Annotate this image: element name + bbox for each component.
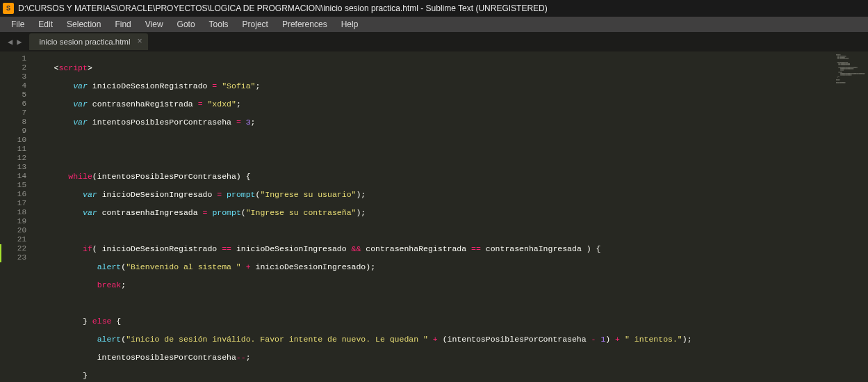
line-number: 14	[0, 172, 35, 181]
line-number: 3	[0, 72, 35, 81]
editor-area: 1 2 3 4 5 6 7 8 9 10 11 12 13 14 15 16 1…	[0, 51, 868, 382]
menu-bar: File Edit Selection Find View Goto Tools…	[0, 17, 868, 32]
menu-edit[interactable]: Edit	[31, 18, 60, 31]
tab-nav-left-icon[interactable]: ◀	[6, 37, 15, 47]
tab-close-icon[interactable]: ×	[138, 37, 142, 47]
menu-find[interactable]: Find	[108, 18, 138, 31]
tab-file[interactable]: inicio sesion practica.html ×	[29, 33, 147, 50]
line-number: 2	[0, 63, 35, 72]
gutter: 1 2 3 4 5 6 7 8 9 10 11 12 13 14 15 16 1…	[0, 51, 35, 382]
menu-help[interactable]: Help	[334, 18, 366, 31]
line-number: 23	[0, 253, 35, 262]
line-number: 9	[0, 127, 35, 136]
line-number: 22	[0, 244, 35, 253]
code-editor[interactable]: <script> var inicioDeSesionRegistrado = …	[35, 51, 835, 382]
tab-nav-right-icon[interactable]: ▶	[15, 37, 24, 47]
line-number: 6	[0, 100, 35, 109]
line-number: 1	[0, 54, 35, 63]
line-number: 4	[0, 81, 35, 90]
menu-goto[interactable]: Goto	[170, 18, 202, 31]
line-number: 5	[0, 90, 35, 100]
app-logo-icon: S	[3, 3, 14, 14]
tab-bar: ◀ ▶ inicio sesion practica.html ×	[0, 32, 868, 51]
menu-project[interactable]: Project	[236, 18, 275, 31]
window-title: D:\CURSOS Y MATERIAS\ORACLE\PROYECTOS\LO…	[18, 3, 548, 13]
line-number: 8	[0, 118, 35, 127]
menu-view[interactable]: View	[138, 18, 170, 31]
tab-label: inicio sesion practica.html	[39, 38, 130, 46]
line-number: 7	[0, 109, 35, 118]
tab-nav-arrows: ◀ ▶	[1, 37, 28, 47]
line-number: 10	[0, 136, 35, 145]
menu-tools[interactable]: Tools	[202, 18, 236, 31]
minimap-content: ███████ ███ ██████████ ███ ████████ ███ …	[836, 54, 867, 83]
window-title-bar: S D:\CURSOS Y MATERIAS\ORACLE\PROYECTOS\…	[0, 0, 868, 17]
line-number: 19	[0, 217, 35, 226]
line-number: 17	[0, 199, 35, 208]
menu-selection[interactable]: Selection	[60, 18, 108, 31]
line-number: 21	[0, 235, 35, 244]
line-number: 20	[0, 226, 35, 235]
line-number: 16	[0, 190, 35, 199]
line-number: 18	[0, 208, 35, 217]
line-number: 13	[0, 163, 35, 172]
line-number: 11	[0, 145, 35, 154]
minimap[interactable]: ███████ ███ ██████████ ███ ████████ ███ …	[835, 51, 868, 382]
menu-file[interactable]: File	[4, 18, 31, 31]
line-number: 15	[0, 181, 35, 190]
line-number: 12	[0, 154, 35, 163]
menu-preferences[interactable]: Preferences	[275, 18, 334, 31]
